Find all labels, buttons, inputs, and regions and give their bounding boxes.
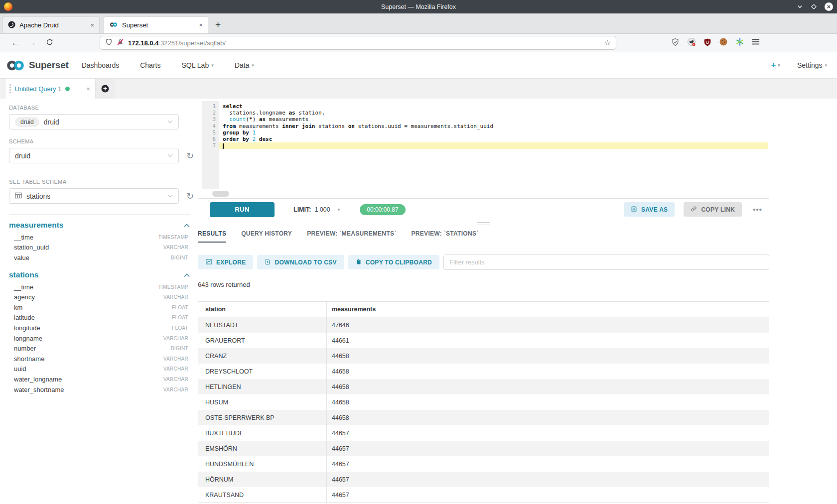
schema-select[interactable]: druid (9, 148, 179, 163)
pane-drag-handle[interactable] (198, 220, 769, 227)
table-row: HUSUM44658 (198, 394, 769, 410)
url-text: 172.18.0.4:32251/superset/sqllab/ (128, 39, 600, 47)
filter-results-input[interactable] (443, 254, 769, 270)
column-row: water_shortnameVARCHAR (9, 384, 188, 395)
column-row: __timeTIMESTAMP (9, 232, 188, 243)
browser-tab-superset[interactable]: Superset × (104, 16, 208, 33)
editor-hscrollbar (198, 189, 769, 198)
extension-asterisk-icon[interactable] (735, 37, 744, 48)
table-select[interactable]: stations (9, 188, 179, 204)
forward-icon[interactable]: → (24, 38, 41, 47)
copy-link-button[interactable]: COPY LINK (684, 202, 742, 217)
reload-icon[interactable] (41, 38, 58, 48)
results-tab-preview-2[interactable]: PREVIEW: `MEASUREMENTS` (307, 230, 396, 243)
results-table-header: station measurements (198, 302, 769, 317)
refresh-table-icon[interactable]: ↻ (186, 192, 194, 201)
extension-ublock-icon[interactable] (703, 38, 711, 48)
sql-editor[interactable]: 1234567 select stations.longname as stat… (202, 101, 768, 189)
window-maximize-icon[interactable] (811, 3, 817, 10)
table-row: BUXTEHUDE44657 (198, 425, 769, 441)
browser-tab-apache-druid[interactable]: Apache Druid × (2, 16, 100, 33)
results-tab-results[interactable]: RESULTS (198, 230, 226, 243)
column-row: numberBIGINT (9, 343, 188, 354)
editor-results-pane: 1234567 select stations.longname as stat… (198, 99, 769, 504)
nav-item-dashboards[interactable]: Dashboards (82, 61, 120, 69)
limit-dropdown[interactable]: LIMIT: 1 000 ▾ (293, 206, 340, 213)
new-item-button[interactable]: +▾ (771, 60, 780, 70)
settings-menu[interactable]: Settings▾ (797, 61, 827, 69)
column-row: shortnameVARCHAR (9, 354, 188, 364)
add-query-tab-button[interactable] (96, 79, 115, 99)
chevron-up-icon[interactable] (184, 221, 190, 230)
extension-shield-icon[interactable] (671, 38, 680, 48)
results-tab-query-history[interactable]: QUERY HISTORY (241, 230, 292, 243)
chevron-down-icon (167, 194, 173, 198)
file-icon (265, 258, 271, 266)
clipboard-icon (356, 258, 362, 266)
table-row: HUNDSMÜHLEN44657 (198, 456, 769, 472)
column-row: water_longnameVARCHAR (9, 374, 188, 384)
results-tab-preview-3[interactable]: PREVIEW: `STATIONS` (412, 230, 479, 243)
nav-item-sql-lab[interactable]: SQL Lab▾ (181, 61, 213, 69)
schema-table-measurements[interactable]: measurements (9, 220, 190, 231)
results-tabs: RESULTSQUERY HISTORYPREVIEW: `MEASUREMEN… (198, 230, 769, 243)
table-row: GRAUERORT44661 (198, 333, 769, 348)
table-row: NEUSTADT47646 (198, 317, 769, 333)
table-row: KRAUTSAND44657 (198, 487, 769, 503)
column-row: valueBIGINT (9, 252, 188, 263)
hscrollbar-thumb[interactable] (212, 191, 229, 197)
shield-icon[interactable] (105, 38, 113, 48)
firefox-window: Superset — Mozilla Firefox Apache Druid … (0, 0, 837, 504)
save-as-button[interactable]: SAVE AS (624, 202, 675, 217)
query-tabstrip: Untitled Query 1 × (0, 79, 837, 99)
column-header-measurements[interactable]: measurements (326, 302, 769, 317)
refresh-schema-icon[interactable]: ↻ (186, 151, 194, 160)
url-bar[interactable]: 172.18.0.4:32251/superset/sqllab/ ☆ (100, 36, 616, 50)
copy-clipboard-button[interactable]: COPY TO CLIPBOARD (348, 255, 439, 269)
column-row: uuidVARCHAR (9, 364, 188, 375)
column-row: longitudeFLOAT (9, 323, 188, 333)
query-tab-label: Untitled Query 1 (15, 85, 62, 93)
chevron-up-icon[interactable] (184, 270, 190, 279)
rows-returned-label: 643 rows returned (198, 281, 769, 288)
superset-logo[interactable]: Superset (5, 59, 69, 72)
editor-code[interactable]: select stations.longname as station, cou… (219, 103, 768, 149)
insecure-lock-icon[interactable] (117, 38, 124, 48)
explore-button[interactable]: EXPLORE (198, 255, 253, 269)
query-tab-untitled[interactable]: Untitled Query 1 × (5, 79, 96, 99)
extension-cookie-icon[interactable] (719, 37, 728, 48)
hamburger-menu-icon[interactable] (752, 38, 760, 47)
column-header-station[interactable]: station (198, 306, 326, 313)
query-tab-close-icon[interactable]: × (86, 85, 90, 93)
download-csv-button[interactable]: DOWNLOAD TO CSV (257, 255, 344, 269)
back-icon[interactable]: ← (7, 38, 24, 47)
column-row: kmFLOAT (9, 302, 188, 313)
chevron-down-icon (167, 120, 173, 124)
run-button[interactable]: RUN (210, 202, 275, 217)
more-actions-button[interactable]: ••• (751, 205, 764, 214)
schema-label: SCHEMA (9, 138, 195, 144)
nav-item-data[interactable]: Data▾ (235, 61, 254, 69)
window-minimize-icon[interactable] (797, 3, 803, 10)
window-close-icon[interactable] (825, 2, 833, 11)
extension-mask-icon[interactable] (687, 37, 696, 48)
database-select[interactable]: druid druid (9, 114, 179, 129)
new-tab-button[interactable]: + (212, 19, 227, 33)
tab-close-icon[interactable]: × (199, 21, 203, 29)
table-row: HETLINGEN44658 (198, 379, 769, 394)
superset-favicon (109, 21, 118, 29)
tab-close-icon[interactable]: × (90, 21, 94, 29)
window-title: Superset — Mozilla Firefox (0, 3, 837, 10)
schema-table-list: measurements__timeTIMESTAMPstation_uuidV… (9, 220, 195, 394)
chevron-down-icon: ▾ (778, 63, 780, 68)
schema-table-stations[interactable]: stations (9, 269, 190, 280)
drag-handle-icon[interactable] (9, 84, 11, 93)
limit-value: 1 000 (314, 206, 330, 213)
chevron-down-icon: ▾ (252, 63, 254, 68)
browser-tabstrip: Apache Druid × Superset × + (0, 13, 837, 34)
nav-item-charts[interactable]: Charts (140, 61, 160, 69)
bookmark-star-icon[interactable]: ☆ (604, 38, 611, 47)
tab-title: Superset (122, 21, 195, 29)
database-pill: druid (15, 117, 39, 127)
brand-name: Superset (29, 60, 69, 71)
